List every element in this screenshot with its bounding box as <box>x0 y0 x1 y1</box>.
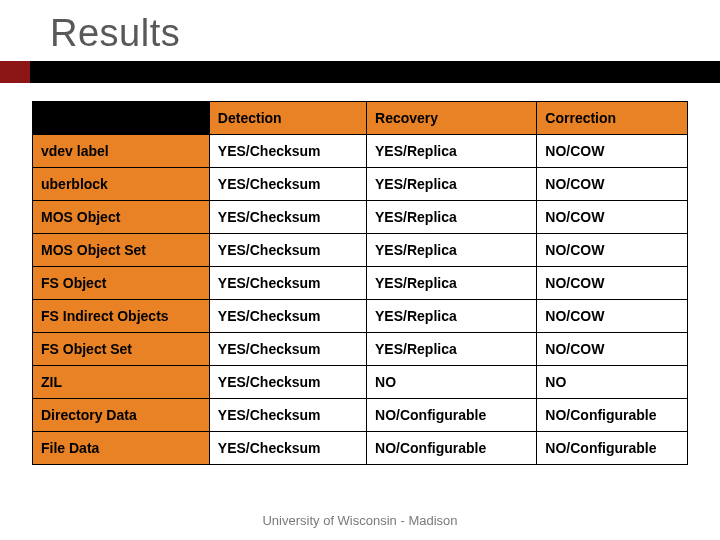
row-label: MOS Object <box>33 201 210 234</box>
table-header-row: Detection Recovery Correction <box>33 102 688 135</box>
accent-bar <box>0 61 720 83</box>
cell: NO/COW <box>537 135 688 168</box>
cell: YES/Checksum <box>209 135 366 168</box>
row-label: FS Object <box>33 267 210 300</box>
table-row: MOS Object YES/Checksum YES/Replica NO/C… <box>33 201 688 234</box>
cell: NO/COW <box>537 267 688 300</box>
cell: NO <box>367 366 537 399</box>
cell: YES/Checksum <box>209 300 366 333</box>
cell: YES/Replica <box>367 168 537 201</box>
cell: YES/Checksum <box>209 366 366 399</box>
results-table-wrap: Detection Recovery Correction vdev label… <box>0 83 720 465</box>
footer-text: University of Wisconsin - Madison <box>0 513 720 528</box>
row-label: Directory Data <box>33 399 210 432</box>
row-label: FS Indirect Objects <box>33 300 210 333</box>
cell: NO/Configurable <box>367 432 537 465</box>
cell: YES/Checksum <box>209 168 366 201</box>
cell: YES/Checksum <box>209 399 366 432</box>
cell: NO/Configurable <box>537 432 688 465</box>
table-row: vdev label YES/Checksum YES/Replica NO/C… <box>33 135 688 168</box>
cell: YES/Replica <box>367 333 537 366</box>
cell: YES/Checksum <box>209 267 366 300</box>
cell: YES/Checksum <box>209 432 366 465</box>
cell: YES/Replica <box>367 201 537 234</box>
row-label: MOS Object Set <box>33 234 210 267</box>
row-label: ZIL <box>33 366 210 399</box>
cell: NO/COW <box>537 201 688 234</box>
cell: NO/Configurable <box>367 399 537 432</box>
cell: NO/COW <box>537 300 688 333</box>
table-body: vdev label YES/Checksum YES/Replica NO/C… <box>33 135 688 465</box>
page-title: Results <box>0 0 720 61</box>
cell: NO/COW <box>537 168 688 201</box>
cell: YES/Checksum <box>209 234 366 267</box>
accent-bar-left <box>0 61 30 83</box>
cell: YES/Replica <box>367 267 537 300</box>
col-header-correction: Correction <box>537 102 688 135</box>
cell: NO <box>537 366 688 399</box>
table-row: FS Indirect Objects YES/Checksum YES/Rep… <box>33 300 688 333</box>
col-header-recovery: Recovery <box>367 102 537 135</box>
row-label: FS Object Set <box>33 333 210 366</box>
cell: YES/Replica <box>367 300 537 333</box>
row-label: File Data <box>33 432 210 465</box>
table-row: FS Object YES/Checksum YES/Replica NO/CO… <box>33 267 688 300</box>
slide: Results Detection Recovery Correction vd… <box>0 0 720 540</box>
cell: YES/Replica <box>367 234 537 267</box>
table-row: ZIL YES/Checksum NO NO <box>33 366 688 399</box>
table-row: FS Object Set YES/Checksum YES/Replica N… <box>33 333 688 366</box>
table-row: MOS Object Set YES/Checksum YES/Replica … <box>33 234 688 267</box>
row-label: uberblock <box>33 168 210 201</box>
table-corner-cell <box>33 102 210 135</box>
cell: YES/Checksum <box>209 333 366 366</box>
results-table: Detection Recovery Correction vdev label… <box>32 101 688 465</box>
cell: NO/COW <box>537 333 688 366</box>
row-label: vdev label <box>33 135 210 168</box>
table-row: Directory Data YES/Checksum NO/Configura… <box>33 399 688 432</box>
accent-bar-right <box>30 61 720 83</box>
cell: YES/Checksum <box>209 201 366 234</box>
cell: YES/Replica <box>367 135 537 168</box>
table-row: File Data YES/Checksum NO/Configurable N… <box>33 432 688 465</box>
cell: NO/Configurable <box>537 399 688 432</box>
cell: NO/COW <box>537 234 688 267</box>
col-header-detection: Detection <box>209 102 366 135</box>
table-row: uberblock YES/Checksum YES/Replica NO/CO… <box>33 168 688 201</box>
